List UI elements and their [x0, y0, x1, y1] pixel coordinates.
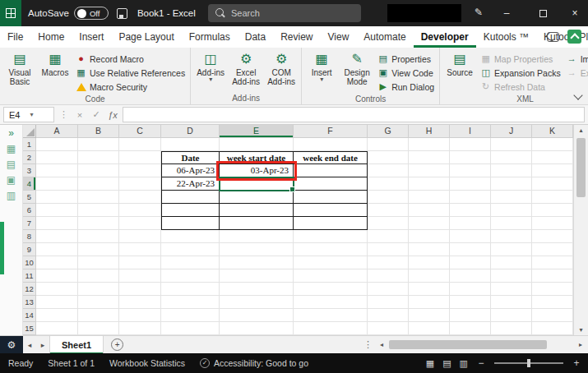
cell-k5[interactable] — [532, 191, 573, 204]
row-header-6[interactable]: 6 — [23, 204, 36, 217]
cell-j3[interactable] — [491, 164, 532, 177]
cell-d3[interactable]: 06-Apr-23 — [161, 164, 220, 177]
cell-e10[interactable] — [220, 256, 294, 269]
select-all-corner[interactable] — [23, 125, 36, 138]
view-code-button[interactable]: ▣View Code — [375, 66, 437, 80]
row-header-5[interactable]: 5 — [23, 191, 36, 204]
cell-g13[interactable] — [368, 296, 409, 309]
cell-i1[interactable] — [450, 138, 491, 151]
cell-f5[interactable] — [294, 191, 368, 204]
cell-h4[interactable] — [409, 177, 450, 191]
cell-a12[interactable] — [36, 283, 78, 296]
source-button[interactable]: ▤Source — [442, 49, 477, 77]
cell-c11[interactable] — [119, 269, 161, 283]
cell-c7[interactable] — [119, 217, 161, 230]
cell-c2[interactable] — [119, 151, 161, 164]
tab-file[interactable]: File — [0, 26, 30, 48]
excel-add-ins-button[interactable]: ⚙Excel Add-ins — [229, 49, 263, 86]
name-box[interactable]: E4 ▾ — [3, 107, 54, 122]
column-header-f[interactable]: F — [294, 125, 368, 138]
cell-c13[interactable] — [119, 296, 161, 309]
refresh-data-button[interactable]: ↻Refresh Data — [478, 80, 563, 94]
cell-c1[interactable] — [119, 138, 161, 151]
cell-e4[interactable] — [220, 177, 294, 191]
cell-k9[interactable] — [532, 243, 573, 256]
cell-d6[interactable] — [161, 204, 220, 217]
cell-e9[interactable] — [220, 243, 294, 256]
cell-e2[interactable]: week start date — [220, 151, 294, 164]
map-properties-button[interactable]: ▦Map Properties — [478, 52, 563, 66]
horizontal-scroll-track[interactable] — [387, 340, 575, 349]
cell-c3[interactable] — [119, 164, 161, 177]
cell-e12[interactable] — [220, 283, 294, 296]
cell-j13[interactable] — [491, 296, 532, 309]
tab-kutools[interactable]: Kutools ™ — [476, 26, 536, 48]
maximize-button[interactable] — [530, 0, 556, 26]
row-header-2[interactable]: 2 — [23, 151, 36, 164]
run-dialog-button[interactable]: ▶Run Dialog — [375, 80, 437, 94]
vertical-scroll-thumb[interactable] — [576, 138, 586, 197]
close-button[interactable]: × — [562, 0, 588, 26]
column-header-h[interactable]: H — [409, 125, 450, 138]
com-add-ins-button[interactable]: ⚙COM Add-ins — [264, 49, 299, 86]
cell-i10[interactable] — [450, 256, 491, 269]
cell-f10[interactable] — [294, 256, 368, 269]
cell-f15[interactable] — [294, 322, 368, 335]
tab-insert[interactable]: Insert — [72, 26, 111, 48]
cell-h5[interactable] — [409, 191, 450, 204]
cell-g9[interactable] — [368, 243, 409, 256]
cell-d1[interactable] — [161, 138, 220, 151]
scroll-right-icon[interactable]: ▸ — [575, 341, 586, 348]
cell-b2[interactable] — [78, 151, 119, 164]
cell-k13[interactable] — [532, 296, 573, 309]
cell-i8[interactable] — [450, 230, 491, 243]
cell-g4[interactable] — [368, 177, 409, 191]
cell-k2[interactable] — [532, 151, 573, 164]
cell-h10[interactable] — [409, 256, 450, 269]
printer-icon[interactable]: ▣ — [7, 175, 16, 185]
cell-g7[interactable] — [368, 217, 409, 230]
cell-f14[interactable] — [294, 309, 368, 322]
accessibility-status[interactable]: ✓ Accessibility: Good to go — [200, 358, 308, 368]
tab-view[interactable]: View — [321, 26, 357, 48]
vertical-scrollbar[interactable]: ▴ ▾ — [573, 125, 588, 335]
cell-i4[interactable] — [450, 177, 491, 191]
cell-a3[interactable] — [36, 164, 78, 177]
cell-e13[interactable] — [220, 296, 294, 309]
row-header-3[interactable]: 3 — [23, 164, 36, 177]
tab-review[interactable]: Review — [273, 26, 320, 48]
column-header-e[interactable]: E — [220, 125, 294, 138]
cell-k10[interactable] — [532, 256, 573, 269]
cell-g14[interactable] — [368, 309, 409, 322]
cell-b9[interactable] — [78, 243, 119, 256]
cell-c15[interactable] — [119, 322, 161, 335]
cell-e11[interactable] — [220, 269, 294, 283]
cell-a10[interactable] — [36, 256, 78, 269]
cell-a4[interactable] — [36, 177, 78, 191]
cell-j10[interactable] — [491, 256, 532, 269]
cell-i11[interactable] — [450, 269, 491, 283]
zoom-slider[interactable] — [494, 362, 563, 364]
cell-k4[interactable] — [532, 177, 573, 191]
row-header-15[interactable]: 15 — [23, 322, 36, 335]
cell-k6[interactable] — [532, 204, 573, 217]
cell-c10[interactable] — [119, 256, 161, 269]
cell-f11[interactable] — [294, 269, 368, 283]
row-header-1[interactable]: 1 — [23, 138, 36, 151]
cell-f13[interactable] — [294, 296, 368, 309]
page-layout-view-icon[interactable]: ▤ — [442, 359, 451, 368]
column-header-g[interactable]: G — [368, 125, 409, 138]
cell-k1[interactable] — [532, 138, 573, 151]
insert-button[interactable]: ▦Insert▾ — [304, 49, 339, 82]
cell-b4[interactable] — [78, 177, 119, 191]
cell-g15[interactable] — [368, 322, 409, 335]
properties-button[interactable]: ▤Properties — [375, 52, 437, 66]
cell-a11[interactable] — [36, 269, 78, 283]
visual-basic-button[interactable]: ▤Visual Basic — [2, 49, 37, 86]
cell-a13[interactable] — [36, 296, 78, 309]
tab-data[interactable]: Data — [238, 26, 273, 48]
cell-a9[interactable] — [36, 243, 78, 256]
share-icon[interactable] — [567, 30, 581, 44]
row-header-10[interactable]: 10 — [23, 256, 36, 269]
zoom-slider-thumb[interactable] — [527, 359, 530, 367]
